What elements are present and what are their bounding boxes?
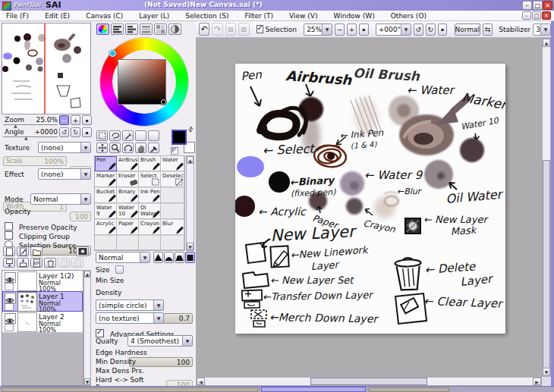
new-layer-mask-button[interactable] <box>76 246 89 256</box>
tool-acrylic[interactable]: Acrylic <box>95 220 117 235</box>
brush-edge-shape-4[interactable] <box>185 252 195 263</box>
menu-edit[interactable]: Edit (E) <box>45 12 70 20</box>
layer-row-selected[interactable]: Layer 1 Normal 100% <box>2 291 83 312</box>
color-mixer-tab[interactable] <box>140 24 153 35</box>
zoom-out-button[interactable]: − <box>335 24 345 36</box>
tool-marker[interactable]: Marker <box>95 172 117 187</box>
tool-slot-empty[interactable] <box>148 130 159 141</box>
rotate-cw-button[interactable]: ↻ <box>426 24 436 36</box>
undo-button[interactable]: ↶ <box>199 23 209 36</box>
tool-ink-pen[interactable]: Ink Pen <box>139 188 161 203</box>
chevron-down-icon[interactable]: ▼ <box>540 24 550 35</box>
scroll-up-arrow[interactable]: ▲ <box>543 39 550 47</box>
texture-dropdown[interactable]: (none)▼ <box>38 142 91 153</box>
canvas-vscrollbar[interactable]: ▲ ▼ <box>542 38 551 377</box>
foreground-color-swatch[interactable] <box>172 130 187 145</box>
brush-blend-mode-dropdown[interactable]: Normal▼ <box>96 252 150 263</box>
nav-rotate-ccw-button[interactable]: ↺ <box>59 127 69 137</box>
taskbar-item[interactable] <box>2 387 258 392</box>
chevron-down-icon[interactable]: ▼ <box>80 194 90 204</box>
layer-option-box[interactable] <box>5 303 14 311</box>
scratchpad-tab[interactable] <box>168 24 181 35</box>
scroll-up-arrow[interactable]: ▲ <box>187 156 194 164</box>
tool-blur[interactable]: Blur <box>161 220 184 235</box>
tool-pen[interactable]: Pen <box>95 156 117 171</box>
saturation-value-square[interactable] <box>118 59 166 105</box>
chevron-down-icon[interactable]: ▼ <box>140 252 150 262</box>
layer-down-button[interactable] <box>71 258 83 268</box>
chevron-down-icon[interactable]: ▼ <box>322 24 332 35</box>
selection-visible-checkbox[interactable] <box>257 25 263 33</box>
swatches-tab[interactable] <box>154 24 167 35</box>
tool-paper[interactable]: Paper <box>117 220 139 235</box>
magic-wand-tool[interactable] <box>122 130 134 141</box>
chevron-down-icon[interactable]: ▼ <box>153 300 163 310</box>
new-linework-layer-button[interactable] <box>17 246 29 256</box>
view-blend-button[interactable]: Normal <box>455 24 481 36</box>
checkbox-icon[interactable] <box>96 329 104 337</box>
hscroll-thumb[interactable] <box>310 378 427 385</box>
flip-view-button[interactable]: ⇆ <box>483 24 493 36</box>
tool-empty-slot[interactable] <box>161 204 184 219</box>
chevron-down-icon[interactable]: ▼ <box>80 143 90 152</box>
navigator-thumbnail[interactable] <box>2 23 91 114</box>
redo-button[interactable]: ↷ <box>212 23 222 36</box>
layer-row[interactable]: Layer 2 Normal 100% <box>2 312 83 333</box>
menu-file[interactable]: File (F) <box>6 12 29 20</box>
zoom-in-button[interactable]: + <box>347 24 357 36</box>
menu-view[interactable]: View (V) <box>289 12 317 20</box>
layer-option-box[interactable] <box>5 324 14 331</box>
layer-visibility-toggle[interactable] <box>5 272 16 283</box>
quality-dropdown[interactable]: 4 (Smoothest)▼ <box>127 335 193 347</box>
doc-restore-button[interactable]: □ <box>532 11 541 20</box>
tool-binary[interactable]: Binary <box>117 188 139 203</box>
new-layer-set-button[interactable] <box>30 246 42 256</box>
scroll-down-arrow[interactable]: ▼ <box>84 378 90 385</box>
tool-brush[interactable]: Brush <box>139 156 161 171</box>
taskbar-item[interactable] <box>369 387 449 392</box>
tool-empty-slot[interactable] <box>117 236 139 250</box>
tool-oil-water[interactable]: Ol Water <box>139 204 161 219</box>
menu-window[interactable]: Window (W) <box>333 12 374 20</box>
layer-visibility-toggle[interactable] <box>5 313 16 324</box>
hand-tool[interactable] <box>135 143 146 153</box>
lasso-tool[interactable] <box>109 130 121 141</box>
zoom-reset-button[interactable]: ▪ <box>359 24 369 36</box>
delete-layer-button[interactable] <box>44 258 56 268</box>
chevron-down-icon[interactable]: ▼ <box>153 313 163 323</box>
tool-water9[interactable]: Water 9 <box>95 204 117 219</box>
tool-select[interactable]: Select <box>139 172 161 187</box>
vscroll-thumb[interactable] <box>543 160 550 369</box>
tool-airbrush[interactable]: AirBrush <box>117 156 139 171</box>
tool-deselect[interactable]: Deselect <box>161 172 184 187</box>
menu-layer[interactable]: Layer (L) <box>139 12 169 20</box>
angle-dropdown[interactable]: +000°▼ <box>376 24 411 36</box>
menu-others[interactable]: Others (O) <box>391 12 427 20</box>
rect-select-tool[interactable] <box>96 130 108 141</box>
brush-texture-dropdown[interactable]: (no texture)▼ <box>96 312 164 324</box>
menu-selection[interactable]: Selection (S) <box>185 12 228 20</box>
transfer-down-button[interactable] <box>3 258 15 268</box>
nav-zoom-slider-thumb[interactable]: ▲ <box>14 123 17 128</box>
canvas-page[interactable]: Pen Airbrush Oil Brush ← Water Marker Wa… <box>235 64 505 334</box>
tool-empty-slot[interactable] <box>95 236 117 250</box>
brush-edge-shape-3[interactable] <box>175 252 184 263</box>
close-button[interactable]: ✕ <box>543 1 552 10</box>
sv-marker[interactable] <box>160 99 167 105</box>
canvas-hscrollbar[interactable]: ◀ ▶ <box>196 377 542 386</box>
menu-filter[interactable]: Filter (T) <box>244 12 273 20</box>
tool-water10[interactable]: Water 10 <box>117 204 139 219</box>
tool-eraser[interactable]: Eraser <box>117 172 139 187</box>
brush-edge-shape-1[interactable] <box>153 252 163 263</box>
chevron-down-icon[interactable]: ▼ <box>80 169 90 179</box>
layer-row[interactable]: Layer 1(2) Normal 100% <box>2 271 83 292</box>
brush-density-slider[interactable]: 100 <box>129 357 193 367</box>
rotate-ccw-button[interactable]: ↺ <box>414 24 423 36</box>
minimize-button[interactable]: – <box>522 1 532 10</box>
scroll-down-arrow[interactable]: ▼ <box>543 368 550 376</box>
brush-shape-dropdown[interactable]: (simple circle)▼ <box>96 299 164 311</box>
zoom-level-dropdown[interactable]: 25%▼ <box>304 24 332 36</box>
scroll-left-arrow[interactable]: ◀ <box>197 378 205 385</box>
move-tool[interactable] <box>96 143 108 153</box>
chevron-down-icon[interactable]: ▼ <box>401 24 411 35</box>
